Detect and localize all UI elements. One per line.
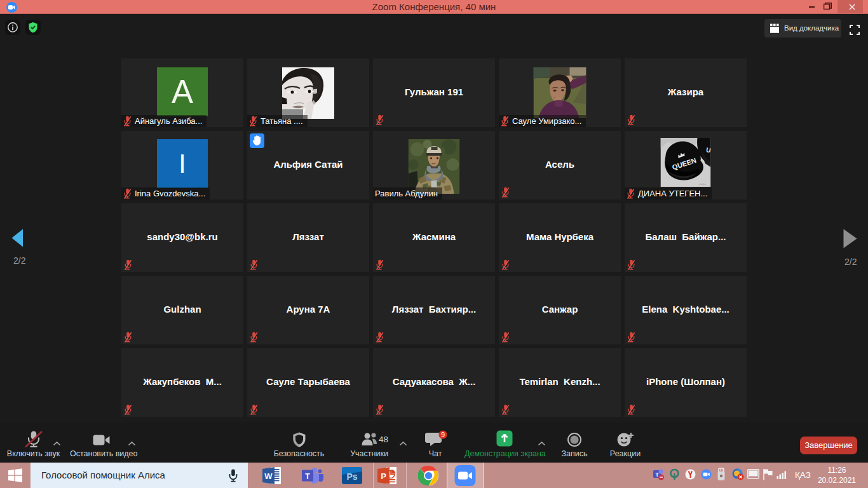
svg-text:T: T	[305, 472, 310, 481]
svg-text:48: 48	[379, 435, 388, 444]
svg-text:clasbo: clasbo	[699, 182, 707, 186]
svg-text:9: 9	[441, 431, 445, 438]
svg-text:Ps: Ps	[346, 471, 357, 482]
svg-text:W: W	[264, 471, 273, 481]
svg-text:U: U	[705, 146, 710, 154]
svg-text:P: P	[381, 471, 386, 481]
